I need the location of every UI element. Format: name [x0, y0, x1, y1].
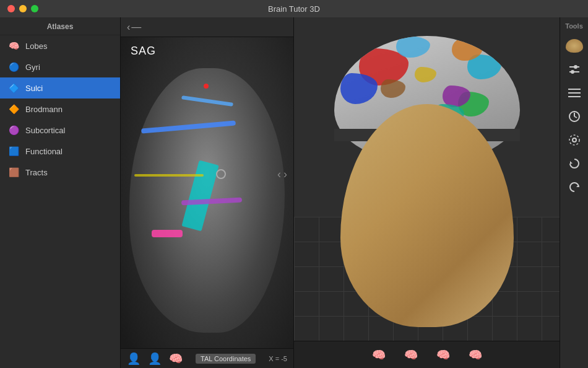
mri-panel: ‹ — SAG ‹ › 👤	[121, 17, 294, 368]
mri-next-arrow[interactable]: ›	[283, 167, 287, 180]
main-content: Atlases 🧠 Lobes 🔵 Gyri 🔷 Sulci 🔶 Brodman…	[0, 17, 588, 368]
tool-undo[interactable]	[563, 176, 586, 198]
gyri-icon: 🔵	[7, 61, 20, 73]
tool-refresh[interactable]	[563, 152, 586, 175]
sidebar-label-lobes: Lobes	[25, 42, 47, 51]
mri-view-label: SAG	[131, 45, 156, 58]
back-icon: ‹	[127, 22, 130, 33]
brain-patch-lightblue	[396, 36, 430, 58]
titlebar: Brain Tutor 3D	[0, 0, 588, 17]
sidebar-label-brodmann: Brodmann	[25, 105, 63, 114]
brain-patch-yellow	[415, 67, 436, 82]
sliders-icon	[568, 63, 581, 76]
mri-bottom-icons: 👤 👤 🧠	[127, 349, 183, 368]
tool-menu[interactable]	[563, 82, 586, 104]
view3d-panel: 🧠 🧠 🧠 🧠	[294, 17, 560, 368]
view3d-icon-brain-top[interactable]: 🧠	[401, 345, 421, 365]
maximize-button[interactable]	[31, 5, 38, 12]
brain-model-icon	[566, 39, 583, 53]
undo-icon	[568, 181, 581, 193]
menu-icon	[568, 88, 581, 98]
sidebar-item-gyri[interactable]: 🔵 Gyri	[0, 56, 120, 77]
coords-badge: TAL Coordinates	[196, 354, 256, 364]
mri-image-container[interactable]: SAG ‹ ›	[121, 37, 293, 348]
app-title: Brain Tutor 3D	[268, 4, 320, 14]
mri-back-button[interactable]: ‹ —	[127, 22, 141, 33]
tool-settings[interactable]	[563, 129, 586, 151]
view3d-canvas[interactable]	[294, 17, 560, 341]
lobes-icon: 🧠	[7, 40, 20, 52]
sulci-icon: 🔷	[7, 82, 20, 94]
mri-prev-arrow[interactable]: ‹	[277, 167, 281, 180]
mri-icon-brain[interactable]: 🧠	[169, 352, 183, 366]
tool-sliders[interactable]	[563, 58, 586, 81]
refresh-icon	[568, 157, 581, 170]
svg-point-1	[574, 65, 577, 69]
tracts-icon: 🟫	[7, 166, 20, 178]
mri-toolbar: ‹ —	[121, 17, 293, 37]
svg-point-10	[573, 138, 576, 142]
sidebar-item-brodmann[interactable]: 🔶 Brodmann	[0, 99, 120, 120]
brain-patch-blue	[340, 73, 378, 104]
sidebar-header: Atlases	[0, 17, 120, 35]
window-controls	[7, 5, 38, 12]
sidebar-label-functional: Functional	[25, 147, 63, 156]
mri-icon-head-front[interactable]: 👤	[127, 352, 141, 366]
sulci-overlay-yellow	[134, 174, 204, 177]
crosshair	[216, 169, 226, 179]
clock-icon	[568, 110, 581, 123]
sidebar-item-sulci[interactable]: 🔷 Sulci	[0, 77, 120, 99]
mri-bottom-bar: 👤 👤 🧠 TAL Coordinates X = -5	[121, 348, 293, 368]
functional-icon: 🟦	[7, 145, 20, 157]
sidebar-item-functional[interactable]: 🟦 Functional	[0, 141, 120, 162]
close-button[interactable]	[7, 5, 15, 12]
svg-marker-12	[570, 161, 573, 164]
subcortical-icon: 🟣	[7, 124, 20, 136]
tool-brain-model[interactable]	[563, 35, 586, 57]
back-line: —	[131, 22, 141, 33]
sidebar-item-tracts[interactable]: 🟫 Tracts	[0, 162, 120, 183]
head-3d	[309, 30, 545, 327]
view3d-icon-brain-back[interactable]: 🧠	[465, 345, 485, 365]
sidebar-label-gyri: Gyri	[25, 63, 40, 72]
svg-point-3	[571, 70, 574, 74]
mri-nav-arrows: ‹ ›	[277, 167, 287, 180]
view3d-bottom: 🧠 🧠 🧠 🧠	[294, 341, 560, 368]
svg-point-11	[569, 135, 579, 145]
sidebar-item-subcortical[interactable]: 🟣 Subcortical	[0, 120, 120, 141]
view3d-icon-brain-front[interactable]: 🧠	[369, 345, 389, 365]
brain-patch-brown	[381, 79, 405, 98]
tool-clock[interactable]	[563, 105, 586, 128]
x-coord: X = -5	[269, 355, 287, 362]
sulci-overlay-pink	[152, 230, 183, 237]
minimize-button[interactable]	[19, 5, 27, 12]
view3d-icon-brain-side[interactable]: 🧠	[433, 345, 453, 365]
tools-header: Tools	[565, 20, 583, 33]
sidebar-label-subcortical: Subcortical	[25, 126, 65, 135]
tools-panel: Tools	[560, 17, 588, 368]
sidebar-label-sulci: Sulci	[25, 84, 43, 93]
settings-icon	[568, 134, 581, 146]
svg-line-9	[574, 116, 577, 118]
sidebar-item-lobes[interactable]: 🧠 Lobes	[0, 35, 120, 56]
mri-brain	[121, 37, 293, 348]
sidebar-label-tracts: Tracts	[25, 168, 48, 177]
brodmann-icon: 🔶	[7, 103, 20, 115]
mri-icon-head-side[interactable]: 👤	[148, 352, 162, 366]
sidebar: Atlases 🧠 Lobes 🔵 Gyri 🔷 Sulci 🔶 Brodman…	[0, 17, 121, 368]
